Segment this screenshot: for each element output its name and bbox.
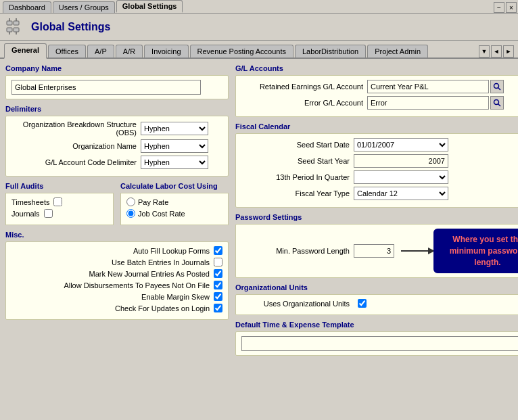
check-updates-checkbox[interactable] <box>214 304 222 312</box>
seed-start-year-input[interactable] <box>354 154 448 168</box>
calculate-labor-label: Calculate Labor Cost Using <box>120 182 229 190</box>
auto-fill-checkbox[interactable] <box>214 246 222 255</box>
retained-earnings-input[interactable] <box>367 80 489 93</box>
company-name-input[interactable] <box>11 80 201 95</box>
password-settings-label: Password Settings <box>235 213 518 221</box>
delimiters-label: Delimiters <box>5 105 229 113</box>
page-title: Global Settings <box>31 21 110 33</box>
pay-rate-label: Pay Rate <box>138 198 168 206</box>
tab-scroll-down[interactable]: ▼ <box>479 45 490 57</box>
delimiter-obs-label: Organization Breakdown Structure (OBS) <box>11 120 137 137</box>
full-audits-label: Full Audits <box>5 182 114 190</box>
min-password-length-input[interactable] <box>354 244 394 258</box>
delimiter-glcode-select[interactable]: HyphenSlashDashPeriod <box>141 156 208 169</box>
uses-org-units-label: Uses Organizational Units <box>241 300 350 308</box>
batch-entries-label: Use Batch Entries In Journals <box>112 258 210 266</box>
tab-labor-distribution[interactable]: LaborDistribution <box>295 45 366 57</box>
uses-org-units-checkbox[interactable] <box>358 299 367 308</box>
mark-journal-label: Mark New Journal Entries As Posted <box>89 270 210 278</box>
job-cost-rate-label: Job Cost Rate <box>138 210 185 218</box>
svg-rect-3 <box>14 28 19 32</box>
pay-rate-radio[interactable] <box>126 197 135 206</box>
svg-rect-0 <box>7 21 12 25</box>
seed-start-date-label: Seed Start Date <box>241 141 350 149</box>
svg-point-10 <box>494 100 499 105</box>
tab-invoicing[interactable]: Invoicing <box>144 45 188 57</box>
timesheets-label: Timesheets <box>11 198 49 206</box>
13th-period-label: 13th Period In Quarter <box>241 173 350 181</box>
title-tab-users-groups[interactable]: Users / Groups <box>53 1 115 13</box>
svg-line-9 <box>498 88 501 91</box>
title-tab-dashboard[interactable]: Dashboard <box>3 1 51 13</box>
svg-point-8 <box>494 84 499 89</box>
timesheets-checkbox[interactable] <box>53 197 62 206</box>
tooltip-arrow-icon <box>401 241 435 261</box>
error-gl-label: Error G/L Account <box>241 99 363 107</box>
journals-checkbox[interactable] <box>44 209 53 218</box>
journals-label: Journals <box>11 210 40 218</box>
seed-start-date-select[interactable]: 01/01/2007 <box>354 138 448 151</box>
error-gl-input[interactable] <box>367 96 489 110</box>
close-button[interactable]: × <box>506 2 517 13</box>
delimiter-obs-select[interactable]: HyphenSlashDashPeriod <box>141 122 208 135</box>
title-tab-global-settings[interactable]: Global Settings <box>116 0 183 13</box>
svg-line-11 <box>498 104 501 107</box>
tooltip-box: Where you set the minimum password lengt… <box>433 229 518 273</box>
error-gl-search-btn[interactable] <box>490 96 504 110</box>
org-units-label: Organizational Units <box>235 283 518 291</box>
tab-ar[interactable]: A/R <box>116 45 143 57</box>
svg-rect-2 <box>7 28 12 32</box>
tab-scroll-left[interactable]: ◄ <box>491 45 502 57</box>
min-password-length-label: Min. Password Length <box>241 247 350 255</box>
delimiter-glcode-label: G/L Account Code Delimiter <box>11 158 137 166</box>
settings-icon <box>5 17 26 37</box>
retained-earnings-search-btn[interactable] <box>490 80 504 93</box>
company-name-label: Company Name <box>5 64 229 72</box>
enable-margin-checkbox[interactable] <box>214 292 222 301</box>
pin-button[interactable]: − <box>494 2 504 13</box>
misc-label: Misc. <box>5 231 229 239</box>
tab-revenue-posting-accounts[interactable]: Revenue Posting Accounts <box>190 45 293 57</box>
svg-rect-1 <box>14 21 19 25</box>
retained-earnings-label: Retained Earnings G/L Account <box>241 83 363 91</box>
tab-general[interactable]: General <box>4 43 47 59</box>
seed-start-year-label: Seed Start Year <box>241 157 350 165</box>
auto-fill-label: Auto Fill Lookup Forms <box>133 247 210 255</box>
13th-period-select[interactable] <box>354 170 448 184</box>
tab-offices[interactable]: Offices <box>48 45 86 57</box>
enable-margin-label: Enable Margin Skew <box>141 293 210 301</box>
delimiter-orgname-select[interactable]: HyphenSlashDashPeriod <box>141 139 208 153</box>
fiscal-year-type-label: Fiscal Year Type <box>241 189 350 197</box>
batch-entries-checkbox[interactable] <box>214 258 222 266</box>
fiscal-year-type-select[interactable]: Calendar 12 <box>354 187 448 200</box>
default-time-label: Default Time & Expense Template <box>235 321 518 329</box>
tab-ap[interactable]: A/P <box>87 45 114 57</box>
check-updates-label: Check For Updates on Login <box>115 304 210 312</box>
tab-project-admin[interactable]: Project Admin <box>367 45 428 57</box>
tooltip-text: Where you set the minimum password lengt… <box>450 235 518 267</box>
default-time-select[interactable] <box>241 336 518 351</box>
delimiter-orgname-label: Organization Name <box>11 142 137 150</box>
allow-disbursements-checkbox[interactable] <box>214 281 222 289</box>
tab-scroll-right[interactable]: ► <box>503 45 514 57</box>
allow-disbursements-label: Allow Disbursements To Payees Not On Fil… <box>64 281 210 289</box>
gl-accounts-label: G/L Accounts <box>235 64 518 72</box>
mark-journal-checkbox[interactable] <box>214 269 222 278</box>
fiscal-calendar-label: Fiscal Calendar <box>235 122 518 131</box>
job-cost-rate-radio[interactable] <box>126 209 135 218</box>
